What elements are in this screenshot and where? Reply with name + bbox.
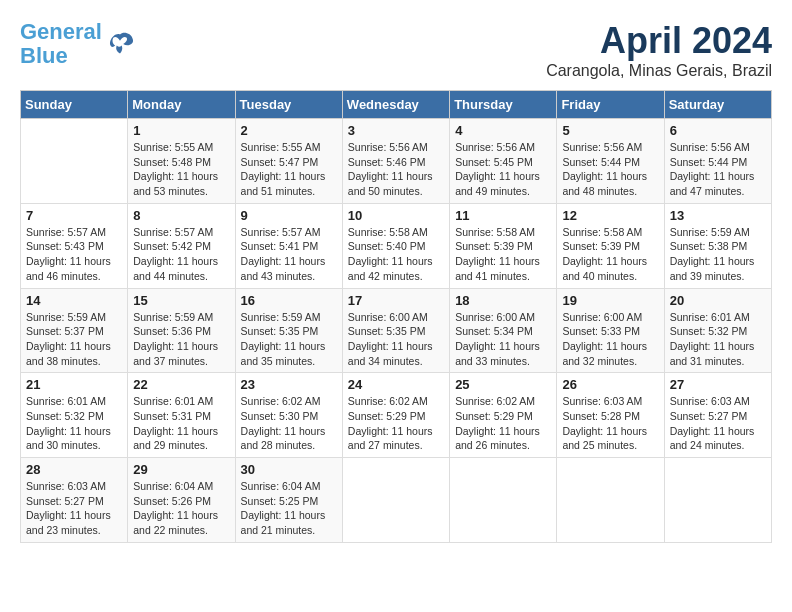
day-info: Sunrise: 5:59 AM Sunset: 5:38 PM Dayligh… [670, 225, 766, 284]
day-number: 24 [348, 377, 444, 392]
day-info: Sunrise: 5:59 AM Sunset: 5:35 PM Dayligh… [241, 310, 337, 369]
day-number: 10 [348, 208, 444, 223]
day-number: 6 [670, 123, 766, 138]
weekday-header-sunday: Sunday [21, 91, 128, 119]
day-cell: 15Sunrise: 5:59 AM Sunset: 5:36 PM Dayli… [128, 288, 235, 373]
day-cell: 27Sunrise: 6:03 AM Sunset: 5:27 PM Dayli… [664, 373, 771, 458]
day-cell [21, 119, 128, 204]
week-row-1: 1Sunrise: 5:55 AM Sunset: 5:48 PM Daylig… [21, 119, 772, 204]
day-info: Sunrise: 5:56 AM Sunset: 5:45 PM Dayligh… [455, 140, 551, 199]
day-info: Sunrise: 6:04 AM Sunset: 5:26 PM Dayligh… [133, 479, 229, 538]
day-number: 27 [670, 377, 766, 392]
day-cell: 29Sunrise: 6:04 AM Sunset: 5:26 PM Dayli… [128, 458, 235, 543]
day-cell [557, 458, 664, 543]
week-row-3: 14Sunrise: 5:59 AM Sunset: 5:37 PM Dayli… [21, 288, 772, 373]
day-number: 23 [241, 377, 337, 392]
day-info: Sunrise: 5:55 AM Sunset: 5:48 PM Dayligh… [133, 140, 229, 199]
day-cell: 30Sunrise: 6:04 AM Sunset: 5:25 PM Dayli… [235, 458, 342, 543]
month-title: April 2024 [546, 20, 772, 62]
day-cell: 12Sunrise: 5:58 AM Sunset: 5:39 PM Dayli… [557, 203, 664, 288]
day-number: 8 [133, 208, 229, 223]
day-info: Sunrise: 6:01 AM Sunset: 5:32 PM Dayligh… [670, 310, 766, 369]
day-info: Sunrise: 6:02 AM Sunset: 5:29 PM Dayligh… [348, 394, 444, 453]
day-number: 16 [241, 293, 337, 308]
day-number: 15 [133, 293, 229, 308]
day-info: Sunrise: 6:02 AM Sunset: 5:30 PM Dayligh… [241, 394, 337, 453]
day-info: Sunrise: 5:58 AM Sunset: 5:39 PM Dayligh… [455, 225, 551, 284]
weekday-header-tuesday: Tuesday [235, 91, 342, 119]
day-info: Sunrise: 5:59 AM Sunset: 5:37 PM Dayligh… [26, 310, 122, 369]
day-number: 13 [670, 208, 766, 223]
day-number: 3 [348, 123, 444, 138]
day-cell [342, 458, 449, 543]
day-number: 28 [26, 462, 122, 477]
day-cell: 1Sunrise: 5:55 AM Sunset: 5:48 PM Daylig… [128, 119, 235, 204]
day-info: Sunrise: 6:00 AM Sunset: 5:33 PM Dayligh… [562, 310, 658, 369]
day-number: 17 [348, 293, 444, 308]
day-info: Sunrise: 6:00 AM Sunset: 5:35 PM Dayligh… [348, 310, 444, 369]
day-cell [664, 458, 771, 543]
day-info: Sunrise: 6:00 AM Sunset: 5:34 PM Dayligh… [455, 310, 551, 369]
day-cell: 25Sunrise: 6:02 AM Sunset: 5:29 PM Dayli… [450, 373, 557, 458]
day-cell: 22Sunrise: 6:01 AM Sunset: 5:31 PM Dayli… [128, 373, 235, 458]
page-header: General Blue April 2024 Carangola, Minas… [20, 20, 772, 80]
day-cell: 21Sunrise: 6:01 AM Sunset: 5:32 PM Dayli… [21, 373, 128, 458]
day-cell: 8Sunrise: 5:57 AM Sunset: 5:42 PM Daylig… [128, 203, 235, 288]
day-cell: 2Sunrise: 5:55 AM Sunset: 5:47 PM Daylig… [235, 119, 342, 204]
day-info: Sunrise: 5:56 AM Sunset: 5:46 PM Dayligh… [348, 140, 444, 199]
day-cell [450, 458, 557, 543]
day-info: Sunrise: 5:58 AM Sunset: 5:39 PM Dayligh… [562, 225, 658, 284]
day-info: Sunrise: 6:01 AM Sunset: 5:32 PM Dayligh… [26, 394, 122, 453]
day-number: 2 [241, 123, 337, 138]
day-info: Sunrise: 5:57 AM Sunset: 5:42 PM Dayligh… [133, 225, 229, 284]
day-number: 11 [455, 208, 551, 223]
day-number: 21 [26, 377, 122, 392]
day-cell: 10Sunrise: 5:58 AM Sunset: 5:40 PM Dayli… [342, 203, 449, 288]
day-info: Sunrise: 6:03 AM Sunset: 5:27 PM Dayligh… [26, 479, 122, 538]
day-cell: 14Sunrise: 5:59 AM Sunset: 5:37 PM Dayli… [21, 288, 128, 373]
day-number: 5 [562, 123, 658, 138]
day-info: Sunrise: 5:58 AM Sunset: 5:40 PM Dayligh… [348, 225, 444, 284]
weekday-header-thursday: Thursday [450, 91, 557, 119]
weekday-header-friday: Friday [557, 91, 664, 119]
day-cell: 26Sunrise: 6:03 AM Sunset: 5:28 PM Dayli… [557, 373, 664, 458]
day-info: Sunrise: 6:03 AM Sunset: 5:28 PM Dayligh… [562, 394, 658, 453]
title-block: April 2024 Carangola, Minas Gerais, Braz… [546, 20, 772, 80]
day-cell: 28Sunrise: 6:03 AM Sunset: 5:27 PM Dayli… [21, 458, 128, 543]
day-number: 19 [562, 293, 658, 308]
day-cell: 24Sunrise: 6:02 AM Sunset: 5:29 PM Dayli… [342, 373, 449, 458]
day-number: 20 [670, 293, 766, 308]
day-number: 7 [26, 208, 122, 223]
week-row-2: 7Sunrise: 5:57 AM Sunset: 5:43 PM Daylig… [21, 203, 772, 288]
day-cell: 7Sunrise: 5:57 AM Sunset: 5:43 PM Daylig… [21, 203, 128, 288]
day-number: 18 [455, 293, 551, 308]
day-cell: 16Sunrise: 5:59 AM Sunset: 5:35 PM Dayli… [235, 288, 342, 373]
day-cell: 9Sunrise: 5:57 AM Sunset: 5:41 PM Daylig… [235, 203, 342, 288]
day-cell: 23Sunrise: 6:02 AM Sunset: 5:30 PM Dayli… [235, 373, 342, 458]
day-number: 29 [133, 462, 229, 477]
day-number: 25 [455, 377, 551, 392]
logo-text: General Blue [20, 20, 102, 68]
weekday-header-wednesday: Wednesday [342, 91, 449, 119]
day-number: 1 [133, 123, 229, 138]
day-info: Sunrise: 5:57 AM Sunset: 5:41 PM Dayligh… [241, 225, 337, 284]
day-number: 12 [562, 208, 658, 223]
day-info: Sunrise: 5:57 AM Sunset: 5:43 PM Dayligh… [26, 225, 122, 284]
subtitle: Carangola, Minas Gerais, Brazil [546, 62, 772, 80]
day-cell: 19Sunrise: 6:00 AM Sunset: 5:33 PM Dayli… [557, 288, 664, 373]
day-info: Sunrise: 6:02 AM Sunset: 5:29 PM Dayligh… [455, 394, 551, 453]
day-info: Sunrise: 6:01 AM Sunset: 5:31 PM Dayligh… [133, 394, 229, 453]
day-number: 22 [133, 377, 229, 392]
day-number: 14 [26, 293, 122, 308]
weekday-header-saturday: Saturday [664, 91, 771, 119]
day-cell: 6Sunrise: 5:56 AM Sunset: 5:44 PM Daylig… [664, 119, 771, 204]
day-cell: 5Sunrise: 5:56 AM Sunset: 5:44 PM Daylig… [557, 119, 664, 204]
day-cell: 18Sunrise: 6:00 AM Sunset: 5:34 PM Dayli… [450, 288, 557, 373]
day-info: Sunrise: 6:03 AM Sunset: 5:27 PM Dayligh… [670, 394, 766, 453]
day-number: 9 [241, 208, 337, 223]
day-cell: 3Sunrise: 5:56 AM Sunset: 5:46 PM Daylig… [342, 119, 449, 204]
day-info: Sunrise: 6:04 AM Sunset: 5:25 PM Dayligh… [241, 479, 337, 538]
day-cell: 20Sunrise: 6:01 AM Sunset: 5:32 PM Dayli… [664, 288, 771, 373]
weekday-header-monday: Monday [128, 91, 235, 119]
day-cell: 17Sunrise: 6:00 AM Sunset: 5:35 PM Dayli… [342, 288, 449, 373]
